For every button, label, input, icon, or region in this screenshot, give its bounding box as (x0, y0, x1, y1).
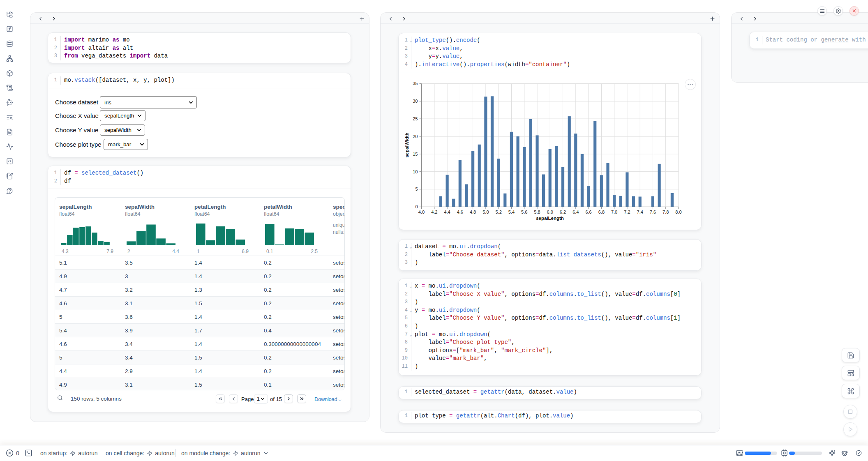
svg-text:4.6: 4.6 (457, 210, 463, 214)
svg-text:sepalWidth: sepalWidth (404, 132, 409, 157)
svg-text:5.8: 5.8 (534, 210, 540, 214)
svg-text:8.0: 8.0 (675, 210, 681, 214)
svg-text:30: 30 (413, 99, 418, 104)
svg-text:7.6: 7.6 (650, 210, 656, 214)
svg-text:5.4: 5.4 (508, 210, 515, 214)
svg-text:7.4: 7.4 (637, 210, 643, 214)
svg-text:5.6: 5.6 (521, 210, 527, 214)
svg-text:25: 25 (413, 116, 418, 121)
svg-text:6.0: 6.0 (547, 210, 553, 214)
svg-text:7.8: 7.8 (663, 210, 669, 214)
svg-text:15: 15 (413, 152, 418, 157)
svg-text:35: 35 (413, 81, 418, 86)
svg-text:10: 10 (413, 169, 418, 174)
svg-text:4.8: 4.8 (470, 210, 476, 214)
svg-text:4.4: 4.4 (444, 210, 450, 214)
svg-text:5.0: 5.0 (482, 210, 489, 214)
svg-text:7.2: 7.2 (624, 210, 630, 214)
svg-text:6.6: 6.6 (585, 210, 591, 214)
svg-text:0: 0 (415, 204, 418, 209)
svg-text:6.2: 6.2 (560, 210, 566, 214)
svg-text:6.8: 6.8 (598, 210, 605, 214)
svg-text:5.2: 5.2 (496, 210, 502, 214)
svg-text:5: 5 (415, 187, 418, 191)
svg-text:7.0: 7.0 (611, 210, 617, 214)
svg-text:6.4: 6.4 (573, 210, 579, 214)
svg-text:20: 20 (413, 134, 418, 139)
svg-text:sepalLength: sepalLength (536, 216, 564, 221)
svg-text:4.0: 4.0 (418, 210, 425, 214)
svg-text:4.2: 4.2 (431, 210, 437, 214)
